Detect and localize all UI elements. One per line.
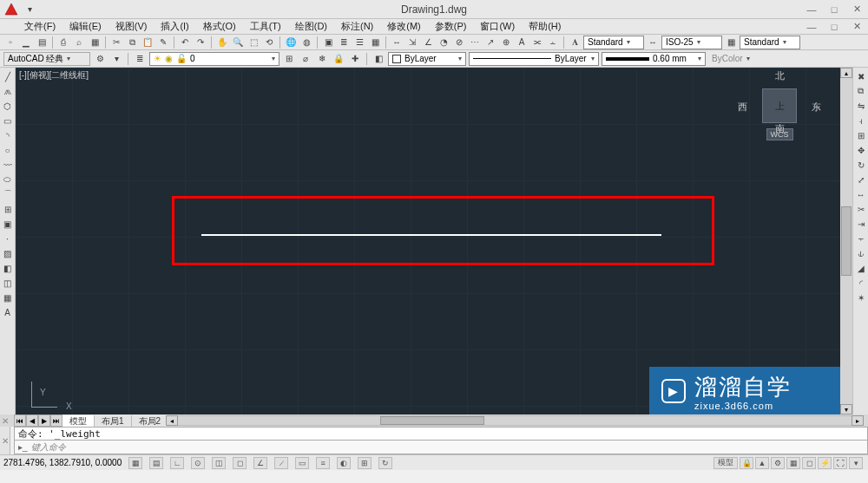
tab-next-button[interactable]: ▶ bbox=[38, 414, 50, 427]
dimstyle-icon[interactable]: ↔ bbox=[646, 36, 660, 49]
scroll-up-button[interactable]: ▴ bbox=[840, 68, 852, 78]
trans-mode-button[interactable]: ◐ bbox=[337, 457, 351, 469]
viewcube-north[interactable]: 北 bbox=[745, 69, 814, 82]
dyn-mode-button[interactable]: ▭ bbox=[295, 457, 309, 469]
polygon-tool-icon[interactable]: ⬡ bbox=[1, 99, 15, 113]
join-tool-icon[interactable]: ⫝ bbox=[854, 246, 868, 260]
hw-acc-button[interactable]: ⚡ bbox=[818, 457, 832, 469]
line-tool-icon[interactable]: ╱ bbox=[1, 69, 15, 83]
tab-first-button[interactable]: ⏮ bbox=[14, 414, 26, 427]
snap-mode-button[interactable]: ▦ bbox=[128, 457, 142, 469]
viewcube-west[interactable]: 西 bbox=[738, 101, 747, 114]
layer-icon[interactable]: ≣ bbox=[337, 36, 351, 49]
layer-states-icon[interactable]: ⊞ bbox=[282, 52, 296, 66]
osnap3d-mode-button[interactable]: ◻ bbox=[233, 457, 247, 469]
annoscale-button[interactable]: 🔒 bbox=[740, 457, 753, 469]
undo-icon[interactable]: ↶ bbox=[178, 36, 192, 49]
extend-tool-icon[interactable]: ⇥ bbox=[854, 217, 868, 231]
viewcube-face[interactable]: 上 bbox=[762, 88, 797, 123]
scroll-right-button[interactable]: ▸ bbox=[852, 415, 864, 426]
qdim-icon[interactable]: ⫘ bbox=[530, 36, 544, 49]
lwt-mode-button[interactable]: ≡ bbox=[316, 457, 330, 469]
ellipsearc-tool-icon[interactable]: ⌒ bbox=[1, 187, 15, 201]
rotate-tool-icon[interactable]: ↻ bbox=[854, 158, 868, 172]
print-icon[interactable]: ⎙ bbox=[56, 36, 70, 49]
tablestyle-icon[interactable]: ▦ bbox=[724, 36, 738, 49]
linetype-dropdown[interactable]: ByLayer▾ bbox=[469, 52, 599, 66]
world-icon[interactable]: 🌐 bbox=[284, 36, 298, 49]
tolerance-icon[interactable]: ⊕ bbox=[499, 36, 513, 49]
color-control-icon[interactable]: ◧ bbox=[372, 52, 385, 66]
zoom-prev-icon[interactable]: ⟲ bbox=[262, 36, 276, 49]
menu-view[interactable]: 视图(V) bbox=[108, 20, 155, 33]
dim-radius-icon[interactable]: ◔ bbox=[437, 36, 450, 49]
viewcube-east[interactable]: 东 bbox=[812, 101, 821, 114]
tab-prev-button[interactable]: ◀ bbox=[26, 414, 38, 427]
annovis-button[interactable]: ▲ bbox=[755, 457, 769, 469]
prop-icon[interactable]: ☰ bbox=[352, 36, 366, 49]
cleansc-button[interactable]: ⛶ bbox=[833, 457, 847, 469]
viewport-label[interactable]: [-][俯视][二维线框] bbox=[19, 69, 89, 82]
trim-tool-icon[interactable]: ✂ bbox=[854, 202, 868, 216]
menu-insert[interactable]: 插入(I) bbox=[154, 20, 195, 33]
tab-model[interactable]: 模型 bbox=[62, 415, 95, 428]
dim-angular-icon[interactable]: ∠ bbox=[421, 36, 435, 49]
cycle-mode-button[interactable]: ↻ bbox=[378, 457, 392, 469]
table-icon[interactable]: ▦ bbox=[368, 36, 382, 49]
rect-tool-icon[interactable]: ▭ bbox=[1, 114, 15, 127]
layer-dropdown[interactable]: ☀ ◉ 🔓 0 ▾ bbox=[149, 52, 279, 66]
table-style-dropdown[interactable]: Standard▾ bbox=[740, 36, 800, 49]
pan-icon[interactable]: ✋ bbox=[215, 36, 229, 49]
match-icon[interactable]: ✎ bbox=[156, 36, 170, 49]
hscroll-thumb[interactable] bbox=[380, 416, 484, 425]
menu-draw[interactable]: 绘图(D) bbox=[288, 20, 334, 33]
ws-switch2-button[interactable]: ⚙ bbox=[771, 457, 785, 469]
scroll-left-button[interactable]: ◂ bbox=[166, 415, 178, 426]
custom-button[interactable]: ▾ bbox=[849, 457, 863, 469]
menu-format[interactable]: 格式(O) bbox=[196, 20, 243, 33]
cut-icon[interactable]: ✂ bbox=[109, 36, 123, 49]
layer-lock-icon[interactable]: 🔒 bbox=[332, 52, 345, 66]
block-icon[interactable]: ▣ bbox=[321, 36, 335, 49]
insert-tool-icon[interactable]: ⊞ bbox=[1, 202, 15, 216]
menu-tools[interactable]: 工具(T) bbox=[243, 20, 288, 33]
preview-icon[interactable]: ⌕ bbox=[72, 36, 86, 49]
paste-icon[interactable]: 📋 bbox=[141, 36, 155, 49]
view-cube[interactable]: 北 西 东 上 南 WCS bbox=[745, 73, 814, 151]
isolate-button[interactable]: ◻ bbox=[802, 457, 816, 469]
dim-dia-icon[interactable]: ⊘ bbox=[452, 36, 466, 49]
vscroll-thumb[interactable] bbox=[841, 206, 852, 276]
pline-tool-icon[interactable]: ⩕ bbox=[1, 84, 15, 98]
qp-mode-button[interactable]: ⊞ bbox=[358, 457, 372, 469]
hscroll-track[interactable]: ◂ ▸ bbox=[177, 415, 852, 426]
grid-mode-button[interactable]: ▤ bbox=[149, 457, 163, 469]
menu-modify[interactable]: 修改(M) bbox=[380, 20, 428, 33]
globe-icon[interactable]: ◍ bbox=[299, 36, 313, 49]
plotstyle-dropdown[interactable]: ByColor▾ bbox=[708, 52, 778, 66]
zoom-icon[interactable]: 🔍 bbox=[231, 36, 245, 49]
zoom-window-icon[interactable]: ⬚ bbox=[247, 36, 260, 49]
mdi-close-button[interactable]: ✕ bbox=[845, 18, 868, 36]
scroll-down-button[interactable]: ▾ bbox=[840, 404, 852, 414]
text-style-dropdown[interactable]: Standard▾ bbox=[583, 36, 644, 49]
layer-props-icon[interactable]: ≣ bbox=[133, 52, 147, 66]
mirror-tool-icon[interactable]: ⇋ bbox=[854, 99, 868, 113]
dim-style-dropdown[interactable]: ISO-25▾ bbox=[661, 36, 722, 49]
lineweight-dropdown[interactable]: 0.60 mm▾ bbox=[602, 52, 706, 66]
block-tool-icon[interactable]: ▣ bbox=[1, 217, 15, 231]
mtext-tool-icon[interactable]: A bbox=[1, 305, 15, 319]
redo-icon[interactable]: ↷ bbox=[194, 36, 207, 49]
menu-help[interactable]: 帮助(H) bbox=[522, 20, 568, 33]
save-icon[interactable]: ▤ bbox=[35, 36, 49, 49]
ellipse-tool-icon[interactable]: ⬭ bbox=[1, 173, 15, 186]
textstyle-icon[interactable]: 𝐀 bbox=[568, 36, 582, 49]
region-tool-icon[interactable]: ◫ bbox=[1, 276, 15, 290]
offset-tool-icon[interactable]: ⫞ bbox=[854, 114, 868, 127]
table-tool-icon[interactable]: ▦ bbox=[1, 290, 15, 304]
drawn-line-object[interactable] bbox=[201, 234, 661, 236]
menu-edit[interactable]: 编辑(E) bbox=[62, 20, 108, 33]
menu-file[interactable]: 文件(F) bbox=[17, 20, 62, 33]
explode-tool-icon[interactable]: ✶ bbox=[854, 290, 868, 304]
point-tool-icon[interactable]: · bbox=[1, 232, 15, 245]
mdi-restore-button[interactable]: □ bbox=[823, 18, 845, 36]
